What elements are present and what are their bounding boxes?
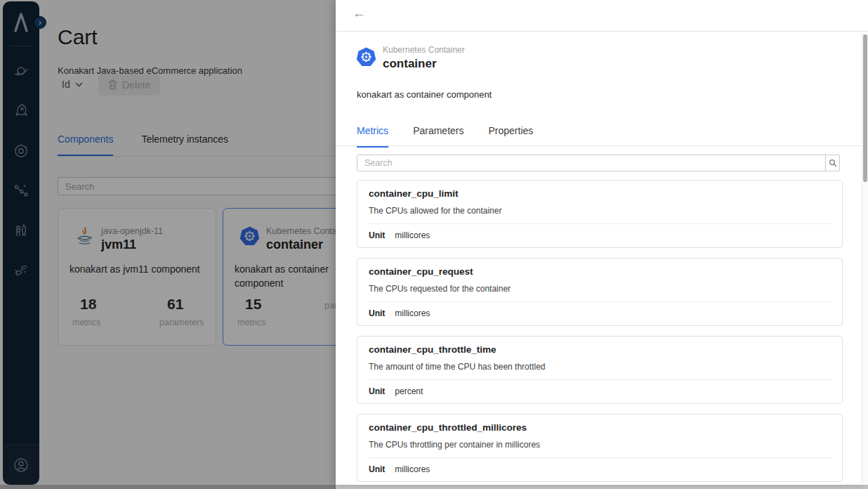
- metrics-search: [357, 155, 840, 171]
- drawer-component-name: container: [383, 57, 437, 71]
- scrollbar-thumb[interactable]: [863, 34, 867, 182]
- drawer-tabs: Metrics Parameters Properties: [357, 125, 533, 148]
- metric-card[interactable]: container_cpu_throttle_time The amount o…: [357, 336, 843, 404]
- metric-unit-row: Unitpercent: [369, 386, 423, 396]
- metric-divider: [369, 301, 832, 302]
- metric-unit-row: Unitmillicores: [369, 308, 430, 318]
- metric-divider: [369, 223, 832, 224]
- app-window: › Cart Konakart Java-based eCommerce app…: [0, 0, 868, 489]
- metrics-search-input[interactable]: [357, 155, 825, 171]
- metric-card[interactable]: container_cpu_limit The CPUs allowed for…: [357, 180, 843, 248]
- metric-unit-value: percent: [395, 386, 423, 396]
- drawer-component-type: Kubernetes Container: [383, 45, 465, 55]
- metric-unit-value: millicores: [395, 464, 430, 474]
- metric-card[interactable]: container_cpu_throttled_millicores The C…: [357, 414, 843, 482]
- search-icon[interactable]: [825, 155, 839, 171]
- metric-description: The amount of time the CPU has been thro…: [369, 362, 545, 372]
- tab-parameters[interactable]: Parameters: [413, 125, 463, 148]
- metric-divider: [369, 379, 832, 380]
- modal-backdrop[interactable]: [0, 0, 336, 489]
- metric-description: The CPUs allowed for the container: [369, 206, 501, 216]
- kubernetes-icon: [355, 46, 377, 68]
- back-icon[interactable]: ←: [353, 6, 366, 21]
- metric-description: The CPUs throttling per container in mil…: [369, 440, 540, 450]
- metric-unit-value: millicores: [395, 308, 430, 318]
- metric-unit-row: Unitmillicores: [369, 464, 430, 474]
- metric-description: The CPUs requested for the container: [369, 284, 511, 294]
- metric-card[interactable]: container_cpu_request The CPUs requested…: [357, 258, 843, 326]
- drawer-component-description: konakart as container component: [357, 89, 492, 100]
- metric-name: container_cpu_throttled_millicores: [369, 422, 527, 433]
- metric-name: container_cpu_throttle_time: [369, 344, 497, 355]
- drawer-scrollbar[interactable]: [862, 32, 868, 485]
- tab-metrics[interactable]: Metrics: [357, 125, 388, 148]
- metric-name: container_cpu_limit: [369, 188, 459, 199]
- metric-divider: [369, 457, 832, 458]
- tab-properties[interactable]: Properties: [488, 125, 533, 148]
- component-detail-drawer: ← Kubernetes Container container konakar…: [336, 0, 868, 485]
- metric-unit-value: millicores: [395, 230, 430, 240]
- drawer-topbar: ←: [336, 0, 868, 32]
- metric-unit-row: Unitmillicores: [369, 230, 430, 240]
- metric-name: container_cpu_request: [369, 266, 473, 277]
- drawer-tabs-divider: [336, 145, 861, 146]
